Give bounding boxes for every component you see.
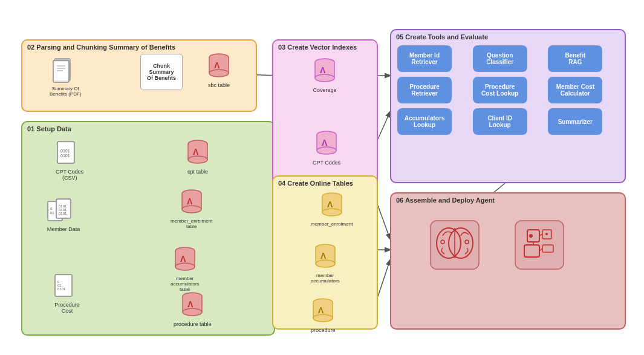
node-sbc-table: Λ sbc table: [207, 53, 231, 88]
db-member-enrolment-online-icon: Λ: [320, 192, 344, 220]
box-05: 05 Create Tools and Evaluate Member IdRe…: [390, 29, 626, 183]
cpt-csv-label: CPT Codes(CSV): [56, 169, 83, 181]
svg-point-52: [182, 206, 201, 213]
svg-text:Λ: Λ: [318, 305, 324, 315]
box-02: 02 Parsing and Chunking Summary of Benef…: [21, 39, 257, 112]
node-member-data: 0 01 0101 0101 0101 Member Data: [47, 198, 80, 232]
db-member-enrolment-icon: Λ: [180, 189, 204, 217]
node-agent: [512, 218, 567, 272]
svg-point-87: [322, 209, 342, 216]
svg-point-37: [188, 156, 207, 163]
svg-text:Λ: Λ: [322, 138, 328, 148]
tool-member-id-retriever[interactable]: Member IdRetriever: [397, 45, 452, 72]
node-brain: [428, 218, 482, 272]
procedure-file-icon: 0 01 0101: [54, 273, 80, 300]
svg-point-81: [317, 147, 336, 154]
svg-text:Λ: Λ: [180, 254, 186, 264]
box-04-title: 04 Create Online Tables: [273, 177, 377, 188]
box-06-title: 06 Assemble and Deploy Agent: [391, 194, 625, 205]
member-enrolment-table-label: member_enrolmenttable: [171, 218, 212, 229]
svg-point-99: [313, 314, 333, 322]
node-member-enrolment: Λ member_enrolment: [311, 192, 353, 227]
chunk-summary-box: ChunkSummaryOf Benefits: [140, 54, 183, 90]
pdf-file-icon: [52, 57, 79, 84]
node-member-acc: Λ memberaccumulators: [311, 243, 340, 284]
agent-icon: [512, 218, 567, 272]
svg-text:Λ: Λ: [327, 200, 333, 209]
svg-point-118: [545, 233, 548, 235]
box-01-title: 01 Setup Data: [22, 122, 274, 134]
box-02-title: 02 Parsing and Chunking Summary of Benef…: [22, 41, 256, 52]
tool-benefit-rag[interactable]: BenefitRAG: [548, 45, 602, 72]
svg-point-58: [175, 263, 195, 270]
tool-grid: Member IdRetriever QuestionClassifier Be…: [391, 42, 625, 141]
svg-point-75: [315, 74, 334, 82]
svg-text:0101: 0101: [59, 212, 67, 215]
db-cpt-codes-icon: Λ: [314, 130, 339, 158]
db-member-acc-online-icon: Λ: [313, 243, 337, 271]
svg-text:0101: 0101: [60, 149, 70, 153]
procedure-cost-label: ProcedureCost: [54, 302, 80, 314]
box-01: 01 Setup Data 0101 0101 CPT Codes(CSV) Λ…: [21, 121, 275, 336]
svg-text:Λ: Λ: [214, 60, 220, 70]
svg-text:Λ: Λ: [320, 65, 326, 75]
summary-pdf-label: Summary OfBenefits (PDF): [50, 86, 81, 97]
db-procedure-online-icon: Λ: [311, 298, 335, 325]
procedure-table-label: procedure table: [174, 321, 212, 327]
svg-text:Λ: Λ: [187, 299, 194, 309]
db-member-acc-icon: Λ: [173, 246, 197, 274]
tool-question-classifier[interactable]: QuestionClassifier: [473, 45, 527, 72]
tool-summarizer[interactable]: Summarizer: [548, 108, 602, 135]
main-diagram: 02 Parsing and Chunking Summary of Benef…: [0, 0, 644, 355]
db-sbc-icon: Λ: [207, 53, 231, 80]
node-procedure: Λ procedure: [311, 298, 336, 333]
node-cpt-csv: 0101 0101 CPT Codes(CSV): [56, 140, 83, 181]
tool-procedure-retriever[interactable]: ProcedureRetriever: [397, 77, 452, 103]
cpt-table-label: cpt table: [187, 169, 208, 175]
member-data-label: Member Data: [47, 226, 80, 232]
node-member-enrolment-table: Λ member_enrolmenttable: [171, 189, 212, 229]
db-cpt-icon: Λ: [186, 139, 210, 167]
svg-text:Λ: Λ: [320, 251, 327, 261]
svg-text:0101: 0101: [60, 154, 70, 158]
svg-line-11: [378, 260, 390, 296]
tool-accumulators-lookup[interactable]: AccumulatorsLookup: [397, 108, 452, 135]
box-04: 04 Create Online Tables Λ member_enrolme…: [272, 175, 378, 330]
coverage-label: Coverage: [313, 87, 336, 93]
db-coverage-icon: Λ: [313, 57, 337, 85]
svg-text:01: 01: [50, 211, 54, 215]
box-05-title: 05 Create Tools and Evaluate: [391, 30, 625, 42]
tool-procedure-cost-lookup[interactable]: ProcedureCost Lookup: [473, 77, 527, 103]
svg-line-5: [378, 112, 390, 139]
node-member-acc-table: Λ memberaccumulatorstable: [171, 246, 200, 292]
node-coverage: Λ Coverage: [313, 57, 337, 93]
box-03: 03 Create Vector Indexes Λ Coverage Λ: [272, 39, 378, 194]
svg-point-27: [209, 70, 229, 77]
member-acc-table-label: memberaccumulatorstable: [171, 276, 200, 292]
box-03-title: 03 Create Vector Indexes: [273, 41, 377, 52]
node-cpt-codes-idx: Λ CPT Codes: [313, 130, 340, 166]
svg-text:Λ: Λ: [187, 197, 193, 206]
svg-point-93: [316, 260, 335, 267]
svg-line-9: [378, 206, 390, 239]
node-procedure-cost: 0 01 0101 ProcedureCost: [54, 273, 80, 314]
member-file-icon: 0 01 0101 0101 0101: [47, 198, 80, 224]
cpt-codes-idx-label: CPT Codes: [313, 160, 340, 166]
cpt-file-icon: 0101 0101: [56, 140, 83, 167]
member-enrolment-label: member_enrolment: [311, 221, 353, 227]
procedure-label: procedure: [311, 327, 336, 333]
box-06: 06 Assemble and Deploy Agent: [390, 192, 626, 330]
svg-text:0101: 0101: [57, 287, 66, 291]
tool-member-cost-calculator[interactable]: Member CostCalculator: [548, 77, 602, 103]
sbc-table-label: sbc table: [208, 82, 230, 88]
tool-client-id-lookup[interactable]: Client IDLookup: [473, 108, 527, 135]
svg-text:Λ: Λ: [193, 147, 199, 157]
node-cpt-table: Λ cpt table: [186, 139, 210, 175]
svg-point-69: [183, 308, 202, 316]
db-procedure-icon: Λ: [180, 291, 204, 319]
node-procedure-table: Λ procedure table: [174, 291, 212, 327]
member-acc-label: memberaccumulators: [311, 273, 340, 284]
node-summary-pdf: Summary OfBenefits (PDF): [50, 57, 81, 97]
brain-icon: [428, 218, 482, 272]
svg-point-117: [529, 234, 533, 238]
